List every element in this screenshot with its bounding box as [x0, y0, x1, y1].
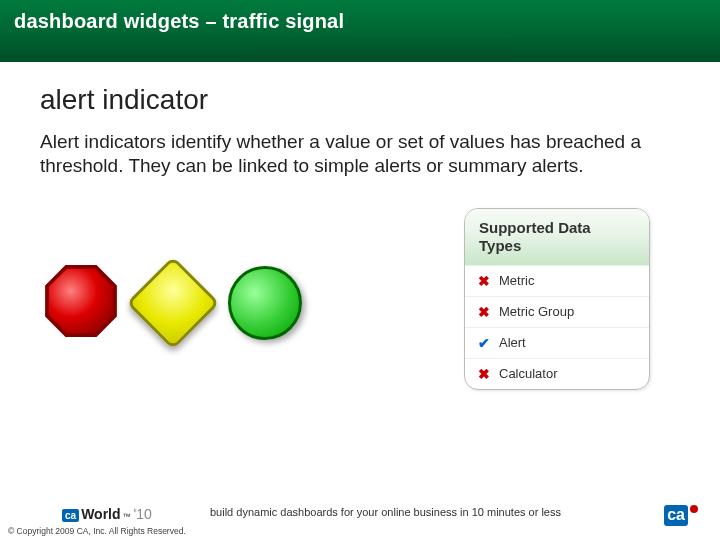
supported-icon: ✔: [477, 335, 491, 351]
data-type-label: Alert: [499, 335, 526, 350]
data-type-row: ✖ Metric: [465, 266, 649, 297]
world-text: World: [81, 506, 120, 522]
ca-badge-icon: ca: [62, 509, 79, 522]
data-type-label: Calculator: [499, 366, 558, 381]
footer: ca World ™ '10 build dynamic dashboards …: [0, 490, 720, 540]
unsupported-icon: ✖: [477, 366, 491, 382]
copyright-text: © Copyright 2009 CA, Inc. All Rights Res…: [8, 526, 186, 536]
header-bar: dashboard widgets – traffic signal: [0, 0, 720, 62]
supported-data-types-panel: Supported Data Types ✖ Metric ✖ Metric G…: [464, 208, 650, 390]
content-area: alert indicator Alert indicators identif…: [0, 62, 720, 390]
data-type-row: ✖ Calculator: [465, 359, 649, 389]
slide-title: dashboard widgets – traffic signal: [14, 10, 720, 33]
caution-sign-icon: [134, 264, 212, 342]
unsupported-icon: ✖: [477, 273, 491, 289]
svg-marker-0: [47, 266, 115, 334]
trademark-icon: ™: [123, 512, 131, 521]
data-type-row: ✔ Alert: [465, 328, 649, 359]
go-sign-icon: [228, 266, 302, 340]
ca-corner-logo: ca: [664, 505, 698, 526]
section-body: Alert indicators identify whether a valu…: [40, 130, 680, 178]
stop-sign-icon: [44, 264, 118, 342]
data-type-label: Metric Group: [499, 304, 574, 319]
data-type-row: ✖ Metric Group: [465, 297, 649, 328]
year-text: '10: [134, 506, 152, 522]
ca-badge-icon: ca: [664, 505, 688, 526]
red-dot-icon: [690, 505, 698, 513]
unsupported-icon: ✖: [477, 304, 491, 320]
section-title: alert indicator: [40, 84, 680, 116]
ca-world-logo: ca World ™ '10: [62, 506, 152, 522]
traffic-signals: [44, 264, 302, 342]
panel-header: Supported Data Types: [465, 209, 649, 266]
data-type-label: Metric: [499, 273, 534, 288]
footer-tagline: build dynamic dashboards for your online…: [210, 506, 561, 518]
main-row: Supported Data Types ✖ Metric ✖ Metric G…: [40, 208, 680, 390]
